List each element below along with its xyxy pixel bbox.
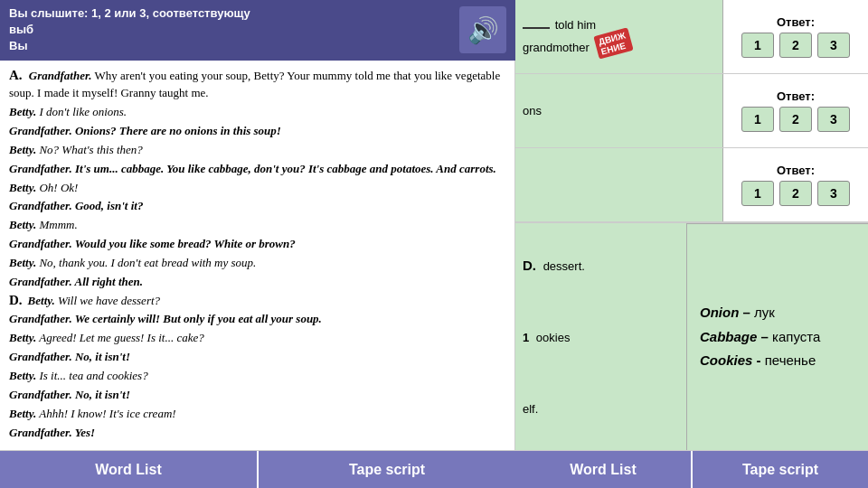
ans-btn-1-3[interactable]: 3 [817, 33, 850, 58]
question-2-content: ons [523, 104, 542, 117]
question-section: told him grandmother ДВИЖЕНИЕ Ответ: 1 2… [515, 0, 868, 450]
script-betty-9: Betty. Ahhh! I know! It's ice cream! [9, 406, 505, 423]
script-betty-5: Betty. No, thank you. I don't eat bread … [9, 255, 505, 272]
ans-btn-2-1[interactable]: 1 [741, 107, 774, 132]
script-betty-3: Betty. Oh! Ok! [9, 180, 505, 197]
script-grandfather-9: Grandfather. No, it isn't! [9, 387, 505, 404]
d-text-2: ookies [536, 331, 571, 344]
script-grandfather-5: Grandfather. Would you like some bread? … [9, 236, 505, 253]
ans-btn-2-3[interactable]: 3 [817, 107, 850, 132]
answer-label-2: Ответ: [777, 89, 815, 103]
vocab-item-2: Cabbage – капуста [700, 327, 855, 348]
answer-box-1: Ответ: 1 2 3 [723, 0, 868, 73]
d-text-box: D. dessert. 1 ookies elf. [515, 223, 687, 450]
question-2-text: ons [515, 74, 723, 147]
left-bottom-bar: Word List Tape script [0, 450, 515, 488]
answer-buttons-2: 1 2 3 [741, 107, 850, 132]
word-list-button[interactable]: Word List [0, 451, 257, 488]
top-bar-line2: выб [9, 22, 452, 38]
answer-label-3: Ответ: [777, 164, 815, 177]
script-grandfather-6: Grandfather. All right then. [9, 274, 505, 291]
script-betty-7: Betty. Agreed! Let me guess! Is it... ca… [9, 330, 505, 347]
audio-button[interactable]: 🔊 [459, 6, 506, 53]
top-bar-line3: Вы [9, 38, 452, 54]
answer-box-3: Ответ: 1 2 3 [723, 148, 868, 221]
section-d-row: D. Betty. Will we have dessert? [9, 293, 505, 312]
script-betty-1: Betty. I don't like onions. [9, 104, 505, 121]
question-row-2: ons Ответ: 1 2 3 [515, 74, 868, 148]
section-a-label: A. Grandfather. Why aren't you eating yo… [9, 66, 505, 103]
vocab-box: Onion – лук Cabbage – капуста Cookies - … [687, 223, 868, 450]
top-bar-line1: Вы слышите: 1, 2 или 3, соответствующу [9, 5, 452, 22]
script-area: A. Grandfather. Why aren't you eating yo… [0, 61, 515, 450]
script-grandfather-7: Grandfather. We certainly will! But only… [9, 311, 505, 328]
blank-1 [523, 27, 550, 29]
vocab-item-1: Onion – лук [700, 303, 855, 324]
script-grandfather-8: Grandfather. No, it isn't! [9, 349, 505, 366]
ans-btn-3-1[interactable]: 1 [741, 181, 774, 206]
script-grandfather-4: Grandfather. Good, isn't it? [9, 198, 505, 215]
ans-btn-2-2[interactable]: 2 [779, 107, 812, 132]
answer-buttons-3: 1 2 3 [741, 181, 850, 206]
top-bar: Вы слышите: 1, 2 или 3, соответствующу в… [0, 0, 515, 61]
answer-box-2: Ответ: 1 2 3 [723, 74, 868, 147]
audio-icon: 🔊 [467, 15, 499, 45]
d-text-3: elf. [523, 402, 679, 416]
script-betty-8: Betty. Is it... tea and cookies? [9, 368, 505, 385]
ans-btn-1-1[interactable]: 1 [741, 33, 774, 58]
script-grandfather-2: Grandfather. Onions? There are no onions… [9, 123, 505, 140]
ans-btn-3-2[interactable]: 2 [779, 181, 812, 206]
script-betty-6: Betty. Will we have dessert? [28, 293, 160, 310]
vocab-item-3: Cookies - печенье [700, 351, 855, 371]
tape-script-button-right[interactable]: Tape script [693, 451, 868, 488]
d-section-label-1: 1 [523, 331, 529, 344]
d-text-1: dessert. [543, 259, 585, 273]
answer-label-1: Ответ: [777, 15, 815, 29]
question-row-1: told him grandmother ДВИЖЕНИЕ Ответ: 1 2… [515, 0, 868, 74]
script-betty-4: Betty. Mmmm. [9, 217, 505, 234]
script-grandfather-3: Grandfather. It's um... cabbage. You lik… [9, 161, 505, 178]
right-bottom-bar: Word List Tape script [515, 450, 868, 488]
top-bar-text: Вы слышите: 1, 2 или 3, соответствующу в… [9, 5, 452, 55]
ans-btn-3-3[interactable]: 3 [817, 181, 850, 206]
question-row-3: Ответ: 1 2 3 [515, 148, 868, 222]
word-list-button-right[interactable]: Word List [515, 451, 691, 488]
question-1-text: told him grandmother ДВИЖЕНИЕ [515, 0, 723, 73]
script-grandfather-10: Grandfather. Yes! [9, 425, 505, 442]
ans-btn-1-2[interactable]: 2 [779, 33, 812, 58]
d-section-row: D. dessert. 1 ookies elf. Onion – лук Ca… [515, 222, 868, 450]
tape-script-button[interactable]: Tape script [259, 451, 515, 488]
answer-buttons-1: 1 2 3 [741, 33, 850, 58]
move-badge: ДВИЖЕНИЕ [594, 27, 634, 59]
question-3-text [515, 148, 723, 221]
script-betty-2: Betty. No? What's this then? [9, 142, 505, 159]
left-panel: Вы слышите: 1, 2 или 3, соответствующу в… [0, 0, 515, 488]
right-panel: told him grandmother ДВИЖЕНИЕ Ответ: 1 2… [515, 0, 868, 488]
